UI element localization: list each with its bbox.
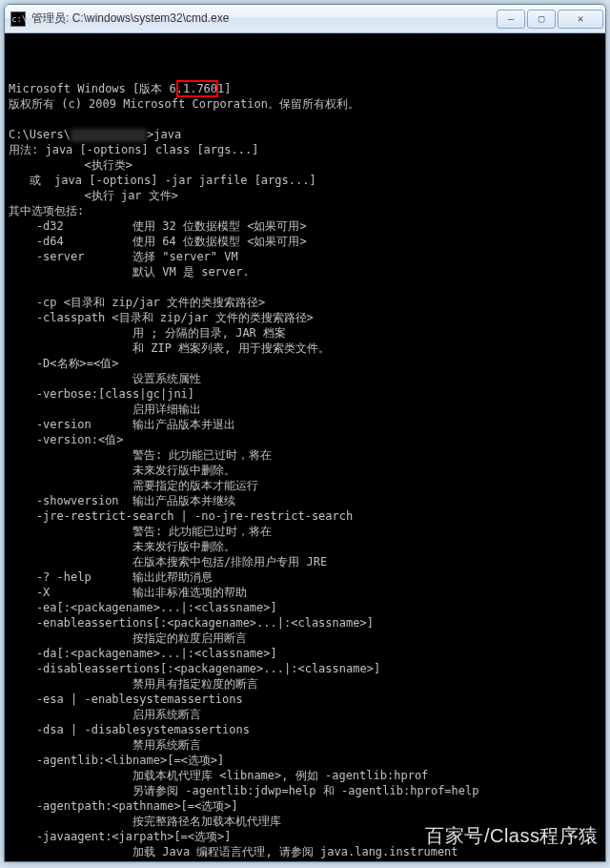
titlebar[interactable]: c:\ 管理员: C:\windows\system32\cmd.exe — ▢… xyxy=(5,5,605,33)
console-line: -d64 使用 64 位数据模型 <如果可用> xyxy=(9,234,601,249)
console-line: 用法: java [-options] class [args...] xyxy=(9,142,601,157)
console-line: <执行 jar 文件> xyxy=(9,188,601,203)
console-line: 警告: 此功能已过时，将在 xyxy=(9,447,601,463)
console-line: 禁用具有指定粒度的断言 xyxy=(9,676,601,692)
console-line: -server 选择 "server" VM xyxy=(9,249,601,264)
console-line: 加载本机代理库 <libname>, 例如 -agentlib:hprof xyxy=(9,768,601,783)
console-line: -version 输出产品版本并退出 xyxy=(9,417,601,432)
console-line: -dsa | -disablesystemassertions xyxy=(9,722,601,737)
console-line: -agentpath:<pathname>[=<选项>] xyxy=(9,798,601,814)
close-button[interactable]: ✕ xyxy=(558,10,603,29)
cmd-icon: c:\ xyxy=(10,11,26,27)
console-line: -d32 使用 32 位数据模型 <如果可用> xyxy=(9,218,601,234)
console-line xyxy=(9,112,601,127)
console-line: 未来发行版中删除。 xyxy=(9,539,601,554)
console-line: 用 ; 分隔的目录, JAR 档案 xyxy=(9,325,601,341)
console-line: 和 ZIP 档案列表, 用于搜索类文件。 xyxy=(9,341,601,356)
console-line: 未来发行版中删除。 xyxy=(9,463,601,478)
console-line: -cp <目录和 zip/jar 文件的类搜索路径> xyxy=(9,295,601,310)
console-line: -esa | -enablesystemassertions xyxy=(9,692,601,707)
watermark-text: 百家号/Class程序猿 xyxy=(425,823,599,849)
console-line: 启用系统断言 xyxy=(9,707,601,722)
window-controls: — ▢ ✕ xyxy=(497,10,603,29)
console-line: 在版本搜索中包括/排除用户专用 JRE xyxy=(9,554,601,569)
console-line: 启用详细输出 xyxy=(9,402,601,417)
console-line: -agentlib:<libname>[=<选项>] xyxy=(9,753,601,768)
console-line: -ea[:<packagename>...|:<classname>] xyxy=(9,600,601,615)
console-line: -splash:<imagepath> xyxy=(9,859,601,861)
console-line: -enableassertions[:<packagename>...|:<cl… xyxy=(9,615,601,630)
console-line: -? -help 输出此帮助消息 xyxy=(9,569,601,585)
console-line: 禁用系统断言 xyxy=(9,737,601,753)
console-line: <执行类> xyxy=(9,157,601,173)
redacted-username xyxy=(71,129,147,142)
console-line: C:\Users\>java xyxy=(9,127,601,142)
console-line: 默认 VM 是 server. xyxy=(9,264,601,279)
minimize-button[interactable]: — xyxy=(497,10,525,29)
console-line: 或 java [-options] -jar jarfile [args...] xyxy=(9,173,601,188)
console-line: -classpath <目录和 zip/jar 文件的类搜索路径> xyxy=(9,310,601,325)
console-line: -version:<值> xyxy=(9,432,601,447)
window-title: 管理员: C:\windows\system32\cmd.exe xyxy=(31,10,497,27)
console-line: 另请参阅 -agentlib:jdwp=help 和 -agentlib:hpr… xyxy=(9,783,601,798)
console-line: 版权所有 (c) 2009 Microsoft Corporation。保留所有… xyxy=(9,96,601,112)
console-line: -da[:<packagename>...|:<classname>] xyxy=(9,646,601,661)
console-line: -verbose:[class|gc|jni] xyxy=(9,386,601,402)
console-output[interactable]: Microsoft Windows [版本 6.1.7601]版权所有 (c) … xyxy=(5,33,605,861)
console-line: 需要指定的版本才能运行 xyxy=(9,478,601,493)
console-line: 设置系统属性 xyxy=(9,371,601,386)
console-line: -disableassertions[:<packagename>...|:<c… xyxy=(9,661,601,676)
console-line xyxy=(9,279,601,295)
console-line: Microsoft Windows [版本 6.1.7601] xyxy=(9,81,601,96)
maximize-button[interactable]: ▢ xyxy=(527,10,556,29)
console-line: 按指定的粒度启用断言 xyxy=(9,630,601,646)
console-line: -X 输出非标准选项的帮助 xyxy=(9,585,601,600)
console-line: -showversion 输出产品版本并继续 xyxy=(9,493,601,508)
cmd-window: c:\ 管理员: C:\windows\system32\cmd.exe — ▢… xyxy=(4,4,606,862)
console-line: 警告: 此功能已过时，将在 xyxy=(9,524,601,539)
console-line: 其中选项包括: xyxy=(9,203,601,218)
console-line: -jre-restrict-search | -no-jre-restrict-… xyxy=(9,508,601,524)
console-line: -D<名称>=<值> xyxy=(9,356,601,371)
